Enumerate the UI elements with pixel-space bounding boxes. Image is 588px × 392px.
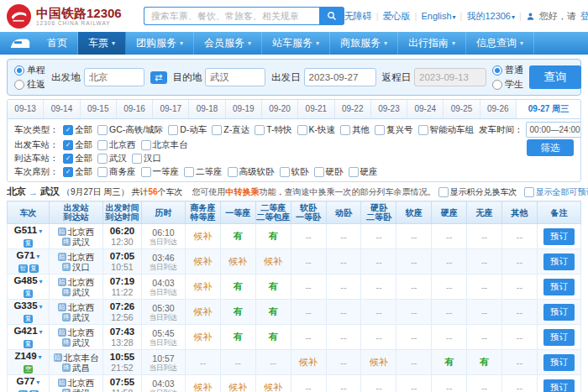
filter-all-checkbox[interactable]: ✓全部 bbox=[63, 124, 92, 136]
seat-cell: -- bbox=[326, 375, 361, 392]
search-button[interactable] bbox=[319, 7, 344, 25]
book-button[interactable]: 预订 bbox=[543, 228, 575, 245]
date-tab-09-22[interactable]: 09-22 bbox=[335, 100, 371, 118]
search-input[interactable] bbox=[144, 7, 319, 25]
date-tab-09-25[interactable]: 09-25 bbox=[444, 100, 480, 118]
date-tab-09-18[interactable]: 09-18 bbox=[189, 100, 225, 118]
seat-cell: -- bbox=[291, 300, 326, 325]
nav-item-5[interactable]: 商旅服务▾ bbox=[330, 32, 398, 55]
seat-status[interactable]: 候补 bbox=[299, 357, 318, 367]
date-tab-09-17[interactable]: 09-17 bbox=[153, 100, 189, 118]
filter-option[interactable]: 商务座 bbox=[97, 166, 136, 178]
seat-status[interactable]: 候补 bbox=[193, 306, 212, 316]
nav-item-6[interactable]: 出行指南▾ bbox=[398, 32, 466, 55]
nav-item-2[interactable]: 团购服务▾ bbox=[126, 32, 194, 55]
from-input[interactable] bbox=[84, 68, 144, 86]
filter-option[interactable]: T-特快 bbox=[255, 124, 291, 136]
header-link-1[interactable]: 爱心版 bbox=[383, 10, 411, 23]
seat-status[interactable]: 候补 bbox=[193, 231, 212, 241]
date-tab-09-16[interactable]: 09-16 bbox=[117, 100, 153, 118]
seat-status[interactable]: 候补 bbox=[228, 256, 247, 266]
date-tab-09-26[interactable]: 09-26 bbox=[480, 100, 517, 118]
filter-option[interactable]: 其他 bbox=[340, 124, 370, 136]
train-number[interactable]: G77▾ bbox=[8, 376, 49, 388]
filter-apply-button[interactable]: 筛选 bbox=[527, 139, 574, 156]
date-tab-09-19[interactable]: 09-19 bbox=[226, 100, 262, 118]
to-input[interactable] bbox=[205, 68, 265, 86]
nav-item-0[interactable]: 首页 bbox=[37, 32, 78, 55]
swap-stations-button[interactable]: ⇄ bbox=[150, 71, 167, 84]
nav-item-1[interactable]: 车票▾ bbox=[78, 32, 126, 55]
seat-status[interactable]: 候补 bbox=[193, 281, 212, 291]
filter-all-checkbox[interactable]: ✓全部 bbox=[63, 166, 92, 178]
train-number[interactable]: G421▾ bbox=[8, 326, 49, 337]
passenger-normal-radio[interactable]: 普通 bbox=[492, 64, 523, 76]
query-button[interactable]: 查询 bbox=[529, 65, 581, 89]
show-points-toggle[interactable]: 显示积分兑换车次 bbox=[438, 186, 517, 198]
book-button[interactable]: 预订 bbox=[543, 304, 575, 321]
depart-time-select[interactable]: 00:00—24:00▾ bbox=[526, 122, 581, 138]
header-link-3[interactable]: 我的12306▾ bbox=[466, 10, 515, 23]
book-button[interactable]: 预订 bbox=[543, 354, 575, 371]
return-date-input[interactable] bbox=[414, 68, 486, 86]
filter-option[interactable]: 硬座 bbox=[349, 166, 378, 178]
seat-status[interactable]: 候补 bbox=[228, 382, 247, 392]
seat-status[interactable]: 候补 bbox=[193, 332, 212, 342]
book-button[interactable]: 预订 bbox=[543, 379, 575, 392]
filter-option[interactable]: 软卧 bbox=[280, 166, 309, 178]
filter-option[interactable]: D-动车 bbox=[168, 124, 207, 136]
passenger-student-radio[interactable]: 学生 bbox=[492, 78, 523, 91]
logo-text: 中国铁路12306 12306 CHINA RAILWAY bbox=[36, 7, 122, 26]
filter-option[interactable]: 汉口 bbox=[132, 153, 161, 165]
date-tab-09-23[interactable]: 09-23 bbox=[371, 100, 407, 118]
filter-all-checkbox[interactable]: ✓全部 bbox=[63, 139, 92, 151]
filter-option[interactable]: 北京西 bbox=[97, 139, 136, 151]
seat-status[interactable]: 候补 bbox=[193, 382, 212, 392]
departure-station-name: 北京西 bbox=[68, 252, 95, 262]
show-all-bookable-toggle[interactable]: 显示全部可预订车次 bbox=[524, 186, 588, 198]
login-link[interactable]: 登录 bbox=[580, 10, 588, 23]
date-tab-09-24[interactable]: 09-24 bbox=[407, 100, 444, 118]
date-tab-09-27[interactable]: 09-27 周三 bbox=[517, 100, 580, 118]
seat-cell: -- bbox=[291, 325, 326, 350]
filter-option[interactable]: Z-直达 bbox=[212, 124, 249, 136]
date-tab-09-15[interactable]: 09-15 bbox=[81, 100, 117, 118]
depart-date-input[interactable] bbox=[304, 68, 376, 86]
seat-status[interactable]: 候补 bbox=[370, 357, 388, 367]
train-number[interactable]: Z149▾ bbox=[8, 351, 49, 363]
filter-all-checkbox[interactable]: ✓全部 bbox=[63, 153, 92, 165]
seat-status[interactable]: 候补 bbox=[264, 382, 282, 392]
trip-round-radio[interactable]: 往返 bbox=[14, 78, 45, 91]
train-number[interactable]: G485▾ bbox=[8, 275, 49, 287]
seat-status[interactable]: 候补 bbox=[264, 256, 282, 266]
date-tab-09-21[interactable]: 09-21 bbox=[298, 100, 334, 118]
nav-item-4[interactable]: 站车服务▾ bbox=[262, 32, 330, 55]
nav-item-7[interactable]: 信息查询▾ bbox=[466, 32, 534, 55]
trip-one-way-radio[interactable]: 单程 bbox=[14, 64, 45, 76]
filter-option[interactable]: K-快速 bbox=[297, 124, 336, 136]
train-number[interactable]: G335▾ bbox=[8, 301, 49, 312]
book-button[interactable]: 预订 bbox=[543, 279, 575, 295]
filter-option[interactable]: GC-高铁/城际 bbox=[97, 124, 163, 136]
filter-option[interactable]: 硬卧 bbox=[314, 166, 344, 178]
filter-option[interactable]: 北京丰台 bbox=[141, 139, 188, 151]
header-link-0[interactable]: 无障碍 bbox=[344, 10, 372, 23]
book-button[interactable]: 预订 bbox=[543, 253, 575, 270]
book-button[interactable]: 预订 bbox=[543, 329, 575, 346]
filter-option[interactable]: 高级软卧 bbox=[228, 166, 275, 178]
date-tab-09-20[interactable]: 09-20 bbox=[262, 100, 298, 118]
train-number[interactable]: G511▾ bbox=[8, 225, 49, 237]
seat-status[interactable]: 候补 bbox=[193, 256, 212, 266]
train-number[interactable]: G71▾ bbox=[8, 250, 49, 262]
logo[interactable]: 中国铁路12306 12306 CHINA RAILWAY bbox=[7, 4, 122, 29]
filter-option[interactable]: 一等座 bbox=[141, 166, 180, 178]
header-link-2[interactable]: English▾ bbox=[421, 11, 455, 21]
date-tab-09-13[interactable]: 09-13 bbox=[8, 100, 44, 118]
filter-option[interactable]: 智能动车组 bbox=[418, 124, 475, 136]
filter-option[interactable]: 二等座 bbox=[184, 166, 223, 178]
transfer-link[interactable]: 中转换乘 bbox=[226, 187, 260, 196]
filter-option[interactable]: 武汉 bbox=[97, 153, 127, 165]
filter-option[interactable]: 复兴号 bbox=[375, 124, 413, 136]
date-tab-09-14[interactable]: 09-14 bbox=[44, 100, 80, 118]
nav-item-3[interactable]: 会员服务▾ bbox=[194, 32, 262, 55]
